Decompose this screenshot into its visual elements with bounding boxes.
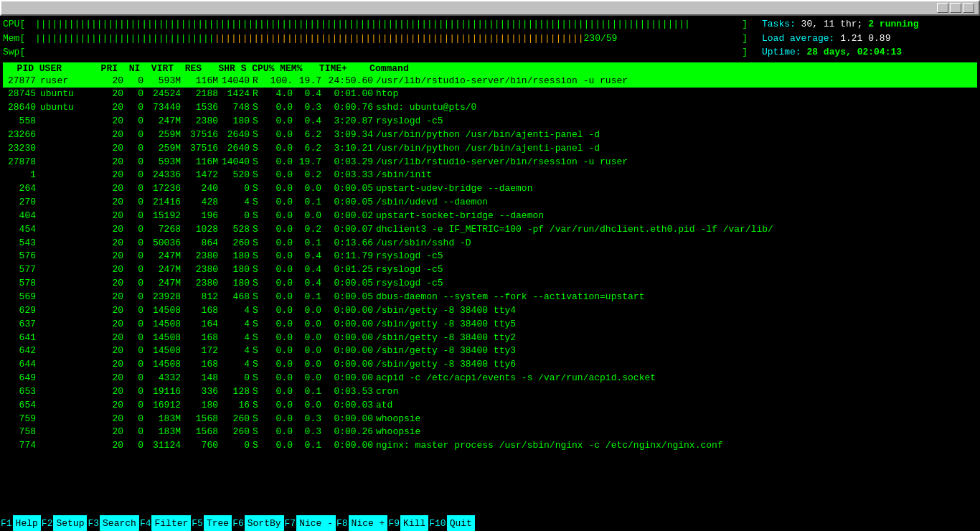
close-button[interactable] xyxy=(963,3,974,13)
col-time: 0:00.00 xyxy=(324,439,376,453)
col-time: 3:09.34 xyxy=(324,128,376,142)
table-row[interactable]: 578200247M2380180S0.00.40:00.05rsyslogd … xyxy=(3,277,977,291)
table-row[interactable]: 644200145081684S0.00.00:00.00/sbin/getty… xyxy=(3,358,977,372)
table-row[interactable]: 27877ruser200593M116M14040R100.19.724:50… xyxy=(3,75,977,88)
col-shr: 0 xyxy=(221,182,253,196)
table-row[interactable]: 1200243361472520S0.00.20:03.33/sbin/init xyxy=(3,169,977,182)
col-cmd: whoopsie xyxy=(376,426,977,439)
table-row[interactable]: 54320050036864260S0.00.10:13.66/usr/sbin… xyxy=(3,237,977,250)
fn-key-f10[interactable]: F10Quit xyxy=(428,515,475,531)
table-row[interactable]: 64920043321480S0.00.00:00.00acpid -c /et… xyxy=(3,372,977,385)
col-user xyxy=(40,263,98,277)
col-shr: 180 xyxy=(221,115,253,128)
table-row[interactable]: 641200145081684S0.00.00:00.00/sbin/getty… xyxy=(3,332,977,345)
col-pri: 20 xyxy=(98,128,126,142)
cpu-label: CPU[ xyxy=(3,17,35,32)
col-ni: 0 xyxy=(126,263,146,277)
col-cmd: rsyslogd -c5 xyxy=(376,115,977,128)
fn-key-f2[interactable]: F2Setup xyxy=(41,515,88,531)
col-virt: 247M xyxy=(146,115,184,128)
fn-key-f5[interactable]: F5Tree xyxy=(191,515,232,531)
col-shr: 4 xyxy=(221,358,253,372)
col-cpu: 0.0 xyxy=(264,128,296,142)
fn-key-f4[interactable]: F4Filter xyxy=(139,515,191,531)
col-mem: 0.1 xyxy=(296,237,324,250)
col-user: ubuntu xyxy=(40,88,98,101)
col-ni: 0 xyxy=(126,332,146,345)
col-virt: 183M xyxy=(146,426,184,439)
col-res: 1568 xyxy=(184,426,221,439)
table-row[interactable]: 45420072681028528S0.00.20:00.07dhclient3… xyxy=(3,223,977,237)
table-row[interactable]: 65320019116336128S0.00.10:03.53cron xyxy=(3,385,977,399)
minimize-button[interactable] xyxy=(937,3,948,13)
table-row[interactable]: 6542001691218016S0.00.00:00.03atd xyxy=(3,399,977,413)
table-row[interactable]: 404200151921960S0.00.00:00.02upstart-soc… xyxy=(3,210,977,223)
col-virt: 73440 xyxy=(146,101,184,115)
col-virt: 7268 xyxy=(146,223,184,237)
col-ni: 0 xyxy=(126,223,146,237)
col-s: S xyxy=(253,277,264,291)
fn-num: F3 xyxy=(87,518,100,529)
col-pid: 558 xyxy=(3,115,40,128)
col-cmd: /sbin/init xyxy=(376,169,977,182)
col-ni: 0 xyxy=(126,426,146,439)
fn-key-f1[interactable]: F1Help xyxy=(0,515,41,531)
col-virt: 183M xyxy=(146,413,184,426)
col-virt: 4332 xyxy=(146,372,184,385)
col-user xyxy=(40,196,98,210)
table-row[interactable]: 264200172362400S0.00.00:00.05upstart-ude… xyxy=(3,182,977,196)
col-shr: 0 xyxy=(221,210,253,223)
table-row[interactable]: 270200214164284S0.00.10:00.05/sbin/udevd… xyxy=(3,196,977,210)
table-row[interactable]: 23266200259M375162640S0.06.23:09.34/usr/… xyxy=(3,128,977,142)
col-user xyxy=(40,182,98,196)
table-row[interactable]: 56920023928812468S0.00.10:00.05dbus-daem… xyxy=(3,291,977,304)
col-user xyxy=(40,385,98,399)
col-s: S xyxy=(253,372,264,385)
table-row[interactable]: 759200183M1568260S0.00.30:00.00whoopsie xyxy=(3,413,977,426)
table-row[interactable]: 558200247M2380180S0.00.43:20.87rsyslogd … xyxy=(3,115,977,128)
col-virt: 247M xyxy=(146,263,184,277)
col-s: S xyxy=(253,399,264,413)
col-time: 0:00.05 xyxy=(324,291,376,304)
col-time: 0:00.03 xyxy=(324,399,376,413)
col-pid: 637 xyxy=(3,318,40,332)
fn-key-f3[interactable]: F3Search xyxy=(87,515,138,531)
fn-num: F6 xyxy=(232,518,245,529)
stats-left: CPU[ |||||||||||||||||||||||||||||||||||… xyxy=(3,17,748,60)
col-ni: 0 xyxy=(126,156,146,169)
table-row[interactable]: 642200145081724S0.00.00:00.00/sbin/getty… xyxy=(3,344,977,358)
col-cmd: /sbin/getty -8 38400 tty4 xyxy=(376,304,977,318)
col-pri: 20 xyxy=(98,250,126,263)
fn-key-f8[interactable]: F8Nice + xyxy=(336,515,387,531)
table-row[interactable]: 28745ubuntu2002452421881424R4.00.40:01.0… xyxy=(3,88,977,101)
table-row[interactable]: 27878200593M116M14040S0.019.70:03.29/usr… xyxy=(3,156,977,169)
table-row[interactable]: 637200145081644S0.00.00:00.00/sbin/getty… xyxy=(3,318,977,332)
col-mem: 19.7 xyxy=(296,156,324,169)
fn-key-f7[interactable]: F7Nice - xyxy=(284,515,336,531)
col-cpu: 0.0 xyxy=(264,237,296,250)
col-cmd: upstart-socket-bridge --daemon xyxy=(376,210,977,223)
table-row[interactable]: 576200247M2380180S0.00.40:11.79rsyslogd … xyxy=(3,250,977,263)
maximize-button[interactable] xyxy=(950,3,961,13)
col-shr: 4 xyxy=(221,196,253,210)
table-row[interactable]: 774200311247600S0.00.10:00.00nginx: mast… xyxy=(3,439,977,453)
table-row[interactable]: 577200247M2380180S0.00.40:01.25rsyslogd … xyxy=(3,263,977,277)
table-row[interactable]: 23230200259M375162640S0.06.23:10.21/usr/… xyxy=(3,142,977,156)
col-s: S xyxy=(253,101,264,115)
col-ni: 0 xyxy=(126,277,146,291)
table-row[interactable]: 758200183M1568260S0.00.30:00.26whoopsie xyxy=(3,426,977,439)
fn-key-f6[interactable]: F6SortBy xyxy=(232,515,283,531)
col-time: 0:11.79 xyxy=(324,250,376,263)
col-user xyxy=(40,332,98,345)
fn-num: F4 xyxy=(139,518,152,529)
col-mem: 0.3 xyxy=(296,413,324,426)
col-virt: 24524 xyxy=(146,88,184,101)
col-mem: 0.4 xyxy=(296,277,324,291)
col-user xyxy=(40,426,98,439)
table-row[interactable]: 629200145081684S0.00.00:00.00/sbin/getty… xyxy=(3,304,977,318)
table-row[interactable]: 28640ubuntu200734401536748S0.00.30:00.76… xyxy=(3,101,977,115)
fn-key-f9[interactable]: F9Kill xyxy=(387,515,428,531)
col-shr: 748 xyxy=(221,101,253,115)
col-virt: 16912 xyxy=(146,399,184,413)
col-pri: 20 xyxy=(98,426,126,439)
